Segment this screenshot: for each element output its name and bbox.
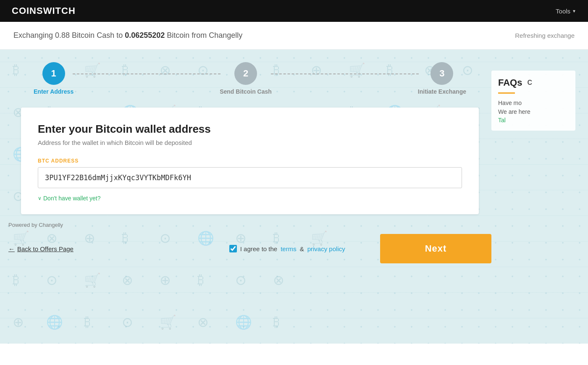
step-1-label: Enter Address bbox=[34, 88, 74, 95]
footer-bar: Powered by Changelly ← Back to Offers Pa… bbox=[8, 222, 491, 263]
exchange-suffix: Bitcoin from Changelly bbox=[165, 31, 242, 39]
logo-switch: SWITCH bbox=[37, 5, 76, 16]
right-panel: FAQs C Have mo We are here Tal bbox=[491, 62, 575, 327]
card-title: Enter your Bitcoin wallet address bbox=[38, 123, 462, 136]
step-2-label: Send Bitcoin Cash bbox=[220, 88, 272, 95]
step-1: 1 Enter Address bbox=[34, 62, 74, 95]
faqs-header: FAQs C bbox=[498, 77, 569, 88]
step-1-circle: 1 bbox=[42, 62, 65, 85]
faq-talk-link[interactable]: Tal bbox=[498, 117, 506, 123]
exchange-description: Exchanging 0.88 Bitcoin Cash to 0.062552… bbox=[13, 31, 242, 40]
faqs-title: FAQs bbox=[498, 77, 522, 88]
exchange-amount: 0.06255202 bbox=[125, 31, 165, 39]
powered-by: Powered by Changelly bbox=[8, 222, 491, 228]
agree-checkbox[interactable] bbox=[229, 245, 237, 252]
agree-section: I agree to the terms & privacy policy bbox=[194, 245, 381, 252]
step-connector-2 bbox=[271, 74, 419, 74]
privacy-policy-link[interactable]: privacy policy bbox=[307, 245, 345, 252]
no-wallet-link[interactable]: Don't have wallet yet? bbox=[38, 195, 462, 202]
btc-address-input[interactable] bbox=[38, 167, 462, 188]
back-to-offers-link[interactable]: ← Back to Offers Page bbox=[8, 245, 194, 252]
header: COINSWITCH Tools bbox=[0, 0, 588, 22]
center-content: 1 Enter Address 2 Send Bitcoin Cash 3 In… bbox=[8, 62, 491, 327]
card-subtitle: Address for the wallet in which Bitcoin … bbox=[38, 139, 462, 146]
exchange-prefix: Exchanging 0.88 Bitcoin Cash to bbox=[13, 31, 125, 39]
step-3-label: Initiate Exchange bbox=[418, 88, 466, 95]
faq-we-are: We are here bbox=[498, 108, 569, 116]
refreshing-status: Refreshing exchange bbox=[515, 32, 575, 39]
back-arrow-icon: ← bbox=[8, 245, 15, 252]
next-button[interactable]: Next bbox=[380, 234, 491, 263]
step-2: 2 Send Bitcoin Cash bbox=[220, 62, 272, 95]
btc-address-label: BTC ADDRESS bbox=[38, 158, 462, 164]
faq-have-more: Have mo bbox=[498, 99, 569, 108]
step-3-circle: 3 bbox=[430, 62, 453, 85]
main-area: ₿ ⊕ 🛒 ₿ ⊗ ⊙ 🌐 ₿ ⊕ 🛒 ₿ ⊗ ⊙ ⊗ ₿ ⊙ 🌐 🛒 ₿ ⊕ … bbox=[0, 50, 588, 344]
tools-button[interactable]: Tools bbox=[556, 8, 576, 15]
stepper: 1 Enter Address 2 Send Bitcoin Cash 3 In… bbox=[8, 62, 491, 95]
faqs-section: FAQs C Have mo We are here Tal bbox=[491, 71, 575, 131]
faq-underline bbox=[498, 92, 515, 94]
logo: COINSWITCH bbox=[12, 5, 76, 16]
step-3: 3 Initiate Exchange bbox=[418, 62, 466, 95]
address-card: Enter your Bitcoin wallet address Addres… bbox=[21, 108, 479, 214]
logo-coin: COIN bbox=[12, 5, 37, 16]
footer-actions: ← Back to Offers Page I agree to the ter… bbox=[8, 234, 491, 263]
step-2-circle: 2 bbox=[234, 62, 257, 85]
step-connector-1 bbox=[73, 74, 220, 74]
faqs-tab[interactable]: C bbox=[527, 79, 532, 87]
exchange-bar: Exchanging 0.88 Bitcoin Cash to 0.062552… bbox=[0, 22, 588, 50]
terms-link[interactable]: terms bbox=[281, 245, 297, 252]
